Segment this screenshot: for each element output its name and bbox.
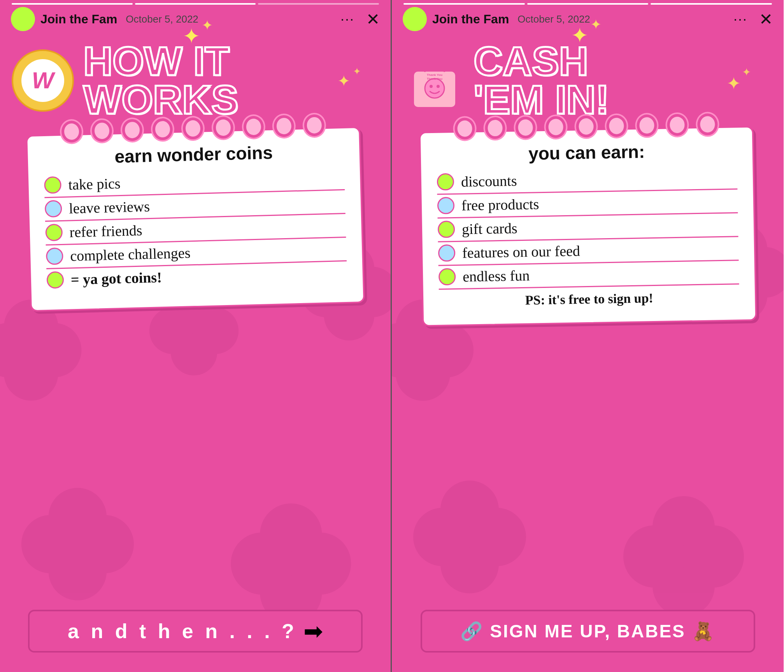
svg-point-19 [289, 532, 351, 595]
bullet-green-3 [46, 271, 64, 289]
ps-note: PS: it's free to sign up! [438, 289, 739, 309]
progress-bar-r2 [527, 3, 649, 5]
svg-point-18 [231, 532, 293, 595]
progress-bar-r1 [403, 3, 525, 5]
svg-point-45 [468, 508, 526, 566]
svg-point-42 [440, 481, 499, 539]
svg-point-44 [413, 508, 472, 566]
cta-text: a n d t h e n . . . ? [68, 619, 297, 643]
svg-point-48 [652, 554, 715, 617]
close-button[interactable]: ✕ [366, 10, 380, 29]
svg-text:Thank You: Thank You [427, 77, 442, 81]
svg-text:Thank You: Thank You [427, 73, 442, 77]
svg-point-50 [682, 525, 744, 588]
cta-button-right[interactable]: 🔗 SIGN ME UP, BABES 🧸 [421, 610, 755, 653]
main-title-right: CASH 'EM IN! [474, 42, 609, 119]
notebook-heading: earn wonder coins [43, 140, 344, 169]
bullet-rg2 [437, 221, 455, 238]
progress-bar-3 [258, 3, 379, 5]
svg-point-4 [27, 323, 82, 377]
svg-point-57 [430, 85, 433, 88]
title-line1: HOW IT [83, 42, 239, 81]
svg-point-35 [419, 323, 474, 377]
list-text-r1: discounts [461, 172, 517, 190]
main-title: HOW IT WORKS [83, 42, 239, 119]
top-bar-right: Join the Fam October 5, 2022 ··· ✕ [392, 0, 784, 38]
svg-point-16 [260, 504, 322, 566]
more-options-button[interactable]: ··· [340, 11, 354, 27]
close-button-right[interactable]: ✕ [759, 10, 773, 29]
list-text-r3: gift cards [461, 219, 517, 237]
progress-bars [6, 3, 385, 5]
list-item-r3: gift cards [437, 216, 738, 242]
cta-text-right: 🔗 SIGN ME UP, BABES 🧸 [460, 621, 715, 642]
svg-point-3 [0, 323, 35, 377]
list-text-1: take pics [68, 175, 121, 193]
svg-point-20 [171, 307, 217, 354]
svg-point-0 [4, 323, 58, 377]
bullet-green-1 [44, 176, 61, 194]
bullet-rg3 [438, 268, 456, 286]
logo-letter: W [21, 59, 64, 102]
svg-point-12 [49, 542, 107, 600]
progress-bar-r3 [651, 3, 772, 5]
top-bar: Join the Fam October 5, 2022 ··· ✕ [0, 0, 391, 38]
list-item-r2: free products [437, 192, 738, 218]
cta-button[interactable]: a n d t h e n . . . ? ➡ [28, 610, 363, 653]
svg-point-14 [75, 515, 134, 574]
svg-point-58 [437, 85, 440, 88]
svg-point-22 [171, 329, 217, 375]
svg-point-46 [652, 525, 715, 588]
notebook-right: you can earn: discounts free products gi… [419, 126, 757, 326]
story-date: October 5, 2022 [126, 13, 198, 25]
list-text-r5: endless fun [462, 267, 530, 285]
svg-point-24 [192, 307, 239, 354]
left-panel: ✦ ✦ ✦ ✦ ✦ ✦ Join the Fam October 5, 2022… [0, 0, 392, 672]
story-date-right: October 5, 2022 [517, 13, 590, 25]
list-item-r5: endless fun [438, 263, 739, 290]
svg-point-41 [440, 508, 499, 566]
title-line1-right: CASH [474, 42, 609, 81]
title-section-right: Thank You Thank You CASH 'EM IN! [392, 42, 784, 119]
list-text-2: leave reviews [69, 198, 150, 217]
avatar-right [403, 7, 427, 31]
list-text-r2: free products [461, 195, 539, 214]
progress-bars-right [398, 3, 778, 5]
svg-point-13 [21, 515, 80, 574]
list-text-r6: PS: it's free to sign up! [525, 291, 653, 307]
svg-point-33 [396, 346, 450, 401]
list-item-r4: features on our feed [438, 239, 738, 266]
svg-point-43 [440, 535, 499, 593]
svg-point-49 [623, 525, 686, 588]
right-panel: ✦ ✦ ✦ ✦ Join the Fam October 5, 2022 ···… [392, 0, 784, 672]
svg-point-2 [4, 346, 58, 401]
more-options-button-right[interactable]: ··· [733, 11, 747, 27]
bullet-rg1 [437, 173, 454, 191]
bag-decoration: Thank You Thank You [403, 49, 466, 112]
progress-bar-1 [12, 3, 133, 5]
bullet-blue-1 [45, 200, 62, 218]
progress-bar-2 [135, 3, 256, 5]
svg-point-10 [49, 515, 107, 574]
logo-badge: W [12, 49, 74, 112]
title-section: W HOW IT WORKS [0, 42, 391, 119]
svg-point-34 [392, 323, 427, 377]
account-name: Join the Fam [40, 12, 117, 26]
svg-point-15 [260, 532, 322, 595]
account-name-right: Join the Fam [432, 12, 509, 26]
list-text-3: refer friends [69, 221, 142, 240]
svg-point-47 [652, 496, 715, 558]
title-line2: WORKS [83, 81, 239, 119]
svg-point-23 [149, 307, 196, 354]
list-text-4: complete challenges [70, 244, 191, 264]
list-text-5: = ya got coins! [70, 268, 162, 288]
list-text-r4: features on our feed [462, 242, 580, 261]
bullet-blue-2 [46, 247, 63, 265]
svg-point-11 [49, 488, 107, 546]
bag-icon-svg: Thank You Thank You [405, 49, 464, 112]
bullet-rb1 [437, 197, 454, 214]
bullet-rb2 [438, 244, 455, 262]
avatar [11, 7, 35, 31]
bullet-green-2 [45, 224, 63, 241]
notebook-heading-right: you can earn: [436, 139, 737, 165]
